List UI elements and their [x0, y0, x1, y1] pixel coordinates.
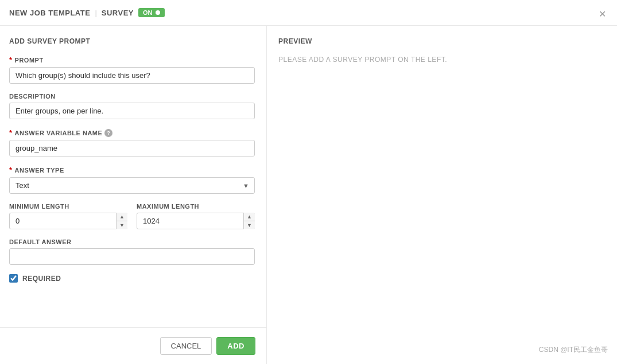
max-length-decrement-button[interactable]: ▼: [244, 221, 255, 229]
add-button[interactable]: ADD: [216, 337, 255, 355]
header-separator: |: [95, 9, 96, 17]
answer-variable-group: * ANSWER VARIABLE NAME ?: [9, 128, 255, 156]
max-length-input-wrapper: ▲ ▼: [137, 213, 255, 229]
header: NEW JOB TEMPLATE | SURVEY ON ✕: [0, 0, 617, 26]
prompt-input[interactable]: [9, 67, 255, 84]
description-group: DESCRIPTION: [9, 93, 255, 119]
min-length-label: MINIMUM LENGTH: [9, 203, 127, 210]
answer-type-label: * ANSWER TYPE: [9, 166, 255, 174]
max-length-spinners: ▲ ▼: [243, 213, 255, 229]
watermark: CSDN @IT民工金鱼哥: [539, 345, 608, 355]
answer-variable-input[interactable]: [9, 140, 255, 156]
preview-section-title: PREVIEW: [278, 37, 606, 45]
toggle-indicator: [156, 10, 160, 15]
toggle-text: ON: [143, 9, 153, 16]
min-length-group: MINIMUM LENGTH ▲ ▼: [9, 203, 127, 229]
survey-label: SURVEY: [102, 9, 134, 17]
required-checkbox[interactable]: [9, 274, 18, 283]
template-title: NEW JOB TEMPLATE: [9, 9, 90, 17]
page-wrapper: NEW JOB TEMPLATE | SURVEY ON ✕ ADD SURVE…: [0, 0, 617, 364]
add-survey-section-title: ADD SURVEY PROMPT: [9, 37, 255, 45]
required-checkbox-group: REQUIRED: [9, 274, 255, 283]
right-panel: PREVIEW PLEASE ADD A SURVEY PROMPT ON TH…: [267, 26, 617, 364]
left-panel: ADD SURVEY PROMPT * PROMPT DESCRIPTION *…: [0, 26, 267, 364]
min-length-increment-button[interactable]: ▲: [117, 213, 127, 221]
required-checkbox-label[interactable]: REQUIRED: [22, 275, 61, 283]
answer-type-select[interactable]: Text Textarea Password Integer Float Mul…: [9, 177, 255, 194]
min-length-input[interactable]: [9, 213, 127, 229]
max-length-label: MAXIMUM LENGTH: [137, 203, 255, 210]
answer-type-select-wrapper: Text Textarea Password Integer Float Mul…: [9, 177, 255, 194]
prompt-required-star: *: [9, 56, 13, 64]
answer-type-group: * ANSWER TYPE Text Textarea Password Int…: [9, 166, 255, 194]
answer-variable-label: * ANSWER VARIABLE NAME ?: [9, 128, 255, 137]
answer-type-required-star: *: [9, 166, 13, 174]
close-button[interactable]: ✕: [596, 8, 608, 19]
prompt-group: * PROMPT: [9, 56, 255, 84]
max-length-input[interactable]: [137, 213, 255, 229]
length-row: MINIMUM LENGTH ▲ ▼ MAXIMUM LENGTH: [9, 203, 255, 229]
answer-variable-required-star: *: [9, 128, 13, 137]
preview-empty-message: PLEASE ADD A SURVEY PROMPT ON THE LEFT.: [278, 56, 606, 64]
description-input[interactable]: [9, 103, 255, 119]
max-length-group: MAXIMUM LENGTH ▲ ▼: [137, 203, 255, 229]
cancel-button[interactable]: CANCEL: [160, 337, 212, 355]
prompt-label: * PROMPT: [9, 56, 255, 64]
max-length-increment-button[interactable]: ▲: [244, 213, 255, 221]
default-answer-label: DEFAULT ANSWER: [9, 238, 255, 245]
survey-toggle[interactable]: ON: [138, 8, 165, 17]
answer-variable-help-icon[interactable]: ?: [104, 129, 112, 137]
description-label: DESCRIPTION: [9, 93, 255, 100]
main-content: ADD SURVEY PROMPT * PROMPT DESCRIPTION *…: [0, 26, 617, 364]
button-row: CANCEL ADD: [0, 327, 267, 364]
min-length-decrement-button[interactable]: ▼: [117, 221, 127, 229]
default-answer-input[interactable]: [9, 248, 255, 265]
min-length-input-wrapper: ▲ ▼: [9, 213, 127, 229]
default-answer-group: DEFAULT ANSWER: [9, 238, 255, 265]
min-length-spinners: ▲ ▼: [116, 213, 127, 229]
